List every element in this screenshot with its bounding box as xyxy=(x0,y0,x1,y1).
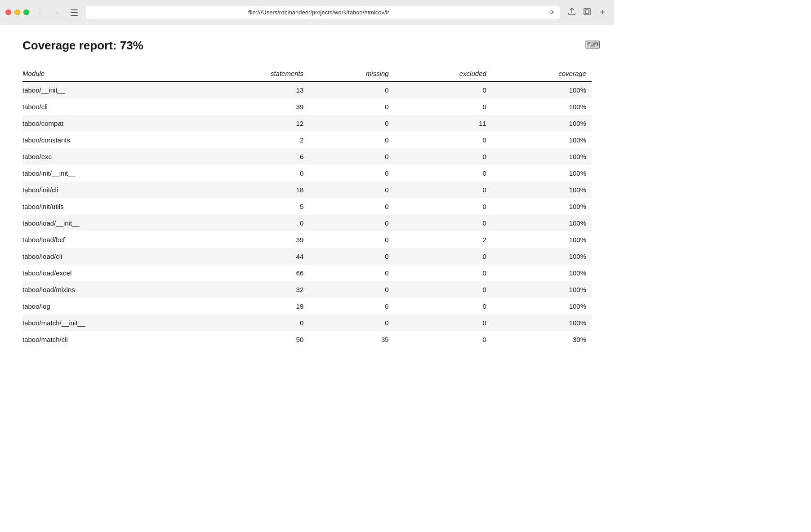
reload-button[interactable]: ⟳ xyxy=(548,8,556,17)
svg-rect-4 xyxy=(585,10,589,13)
cell-module: taboo/exc xyxy=(22,148,193,165)
module-link[interactable]: taboo/constants xyxy=(22,136,70,144)
sidebar-icon xyxy=(71,9,78,16)
cell-missing: 0 xyxy=(309,248,394,265)
module-link[interactable]: taboo/load/excel xyxy=(22,269,71,277)
module-link[interactable]: taboo/load/mixins xyxy=(22,286,75,293)
window-button[interactable] xyxy=(581,6,593,19)
page-content: Coverage report: 73% ⌨ Module statements… xyxy=(0,25,614,361)
module-link[interactable]: taboo/init/utils xyxy=(22,203,64,210)
address-bar[interactable]: file:///Users/robinandeer/projects/work/… xyxy=(85,6,561,19)
module-link[interactable]: taboo/compat xyxy=(22,120,63,127)
cell-module: taboo/init/cli xyxy=(22,182,193,198)
cell-excluded: 0 xyxy=(394,98,492,115)
table-row[interactable]: taboo/load/bcf3902100% xyxy=(22,231,592,248)
table-row[interactable]: taboo/match/cli5035030% xyxy=(22,331,592,348)
cell-module: taboo/__init__ xyxy=(22,81,193,98)
back-button[interactable]: ‹ xyxy=(34,6,46,19)
new-tab-button[interactable]: + xyxy=(596,6,609,19)
toolbar-right: + xyxy=(566,6,609,19)
table-row[interactable]: taboo/__init__1300100% xyxy=(22,81,592,98)
cell-module: taboo/init/utils xyxy=(22,198,193,215)
cell-module: taboo/init/__init__ xyxy=(22,165,193,182)
cell-excluded: 0 xyxy=(394,148,492,165)
col-module: Module xyxy=(22,66,193,81)
cell-missing: 0 xyxy=(309,98,394,115)
cell-excluded: 0 xyxy=(394,331,492,348)
forward-button[interactable]: › xyxy=(51,6,63,19)
table-row[interactable]: taboo/match/__init__000100% xyxy=(22,315,592,331)
table-row[interactable]: taboo/exc600100% xyxy=(22,148,592,165)
maximize-button[interactable] xyxy=(23,9,29,15)
share-button[interactable] xyxy=(566,6,578,19)
cell-missing: 35 xyxy=(309,331,394,348)
module-link[interactable]: taboo/init/cli xyxy=(22,186,58,194)
cell-coverage: 100% xyxy=(492,132,592,148)
table-row[interactable]: taboo/init/__init__000100% xyxy=(22,165,592,182)
svg-rect-0 xyxy=(71,9,78,10)
col-coverage: coverage xyxy=(492,66,592,81)
table-row[interactable]: taboo/cli3900100% xyxy=(22,98,592,115)
coverage-table: Module statements missing excluded cover… xyxy=(22,66,592,348)
table-row[interactable]: taboo/init/cli1800100% xyxy=(22,182,592,198)
svg-rect-3 xyxy=(584,9,590,15)
cell-missing: 0 xyxy=(309,231,394,248)
module-link[interactable]: taboo/match/cli xyxy=(22,336,68,343)
close-button[interactable] xyxy=(5,9,11,15)
cell-missing: 0 xyxy=(309,281,394,298)
module-link[interactable]: taboo/init/__init__ xyxy=(22,169,76,177)
cell-statements: 2 xyxy=(193,132,309,148)
sidebar-toggle-button[interactable] xyxy=(68,6,80,19)
cell-statements: 32 xyxy=(193,281,309,298)
cell-module: taboo/match/__init__ xyxy=(22,315,193,331)
module-link[interactable]: taboo/match/__init__ xyxy=(22,319,85,327)
module-link[interactable]: taboo/cli xyxy=(22,103,48,111)
cell-coverage: 100% xyxy=(492,81,592,98)
cell-coverage: 100% xyxy=(492,231,592,248)
table-row[interactable]: taboo/init/utils500100% xyxy=(22,198,592,215)
svg-rect-2 xyxy=(71,15,78,16)
cell-coverage: 100% xyxy=(492,182,592,198)
cell-statements: 5 xyxy=(193,198,309,215)
cell-excluded: 2 xyxy=(394,231,492,248)
cell-coverage: 100% xyxy=(492,198,592,215)
table-row[interactable]: taboo/load/excel6600100% xyxy=(22,265,592,281)
cell-module: taboo/constants xyxy=(22,132,193,148)
table-row[interactable]: taboo/constants200100% xyxy=(22,132,592,148)
cell-missing: 0 xyxy=(309,315,394,331)
table-row[interactable]: taboo/load/cli4400100% xyxy=(22,248,592,265)
module-link[interactable]: taboo/exc xyxy=(22,153,52,160)
cell-missing: 0 xyxy=(309,265,394,281)
cell-module: taboo/load/__init__ xyxy=(22,215,193,231)
cell-module: taboo/load/cli xyxy=(22,248,193,265)
cell-module: taboo/load/mixins xyxy=(22,281,193,298)
module-link[interactable]: taboo/load/__init__ xyxy=(22,219,80,227)
cell-excluded: 0 xyxy=(394,182,492,198)
table-row[interactable]: taboo/load/mixins3200100% xyxy=(22,281,592,298)
cell-statements: 0 xyxy=(193,165,309,182)
cell-missing: 0 xyxy=(309,198,394,215)
cell-coverage: 100% xyxy=(492,248,592,265)
module-link[interactable]: taboo/load/bcf xyxy=(22,236,65,244)
page-title: Coverage report: 73% xyxy=(22,39,592,53)
cell-coverage: 100% xyxy=(492,115,592,132)
minimize-button[interactable] xyxy=(14,9,20,15)
table-row[interactable]: taboo/load/__init__000100% xyxy=(22,215,592,231)
module-link[interactable]: taboo/__init__ xyxy=(22,86,65,94)
table-body: taboo/__init__1300100%taboo/cli3900100%t… xyxy=(22,81,592,348)
cell-missing: 0 xyxy=(309,182,394,198)
cell-excluded: 0 xyxy=(394,215,492,231)
cell-statements: 50 xyxy=(193,331,309,348)
forward-icon: › xyxy=(56,9,58,16)
cell-coverage: 100% xyxy=(492,265,592,281)
cell-coverage: 100% xyxy=(492,148,592,165)
new-tab-icon: + xyxy=(600,7,605,18)
cell-missing: 0 xyxy=(309,165,394,182)
cell-statements: 12 xyxy=(193,115,309,132)
table-row[interactable]: taboo/log1900100% xyxy=(22,298,592,315)
module-link[interactable]: taboo/load/cli xyxy=(22,253,62,260)
module-link[interactable]: taboo/log xyxy=(22,302,50,310)
cell-statements: 0 xyxy=(193,215,309,231)
table-row[interactable]: taboo/compat12011100% xyxy=(22,115,592,132)
cell-excluded: 11 xyxy=(394,115,492,132)
